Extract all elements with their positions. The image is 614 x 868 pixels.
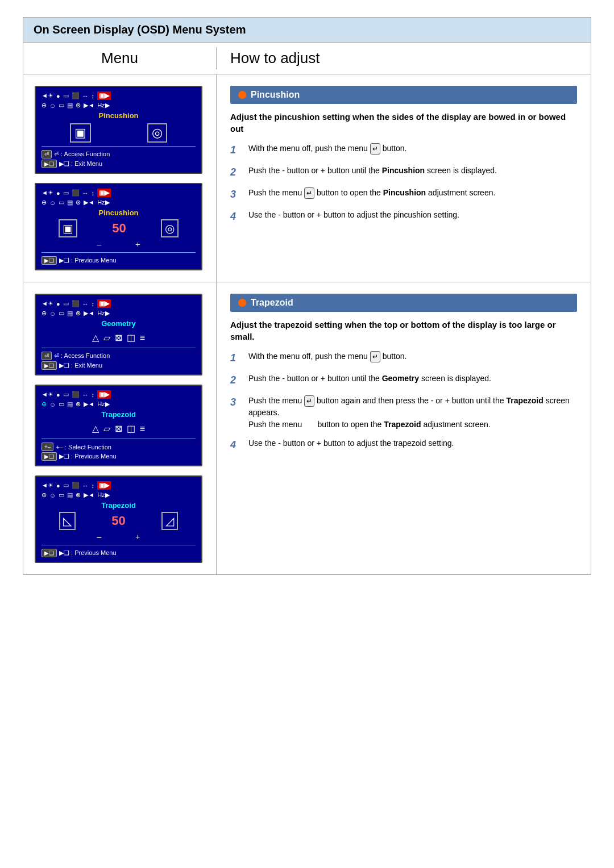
pincushion-icon-left2: ▣ — [59, 219, 77, 237]
icon-x3: ⊗ — [76, 310, 81, 317]
icon-position: ⬛ — [72, 92, 80, 99]
pincushion-plusminus: – + — [42, 240, 196, 249]
trapezoid-topic-header: Trapezoid — [230, 294, 577, 312]
pincushion-value-row: ▣ 50 ◎ — [42, 219, 196, 237]
pincushion-title2: Pincushion — [42, 208, 196, 217]
trapezoid-footer2: +– +– : Select Function ▶❑ ▶❑ : Previous… — [42, 439, 196, 461]
menu-btn-t1: ↵ — [370, 351, 380, 362]
trapezoid-value: 50 — [111, 514, 125, 528]
icon-arrows2: ▶◄ — [84, 199, 94, 206]
geo-icons2: △ ▱ ⊠ ◫ ≡ — [42, 423, 196, 434]
geo-icon-9: ◫ — [127, 423, 135, 434]
osd-topbar1: ◄☀ ● ▭ ⬛ ↔ ↕ ▣▶ — [42, 91, 196, 100]
step-num-4: 4 — [230, 209, 243, 224]
minus-label: – — [97, 240, 102, 249]
pincushion-right: Pincushion Adjust the pincushion setting… — [217, 74, 591, 282]
icon-position2: ⬛ — [72, 189, 80, 197]
pincushion-bullet — [238, 91, 246, 99]
access-btn-icon: ⏎ — [42, 150, 52, 158]
icon-contrast4: ● — [56, 391, 60, 398]
trap-prev-menu: ▶❑ ▶❑ : Previous Menu — [42, 549, 196, 557]
icon-rect3: ▭ — [59, 310, 64, 317]
trapezoid-plusminus: – + — [42, 532, 196, 541]
icon-x5: ⊗ — [76, 491, 81, 499]
pincushion-icon-right2: ◎ — [161, 219, 179, 237]
osd-topbar2: ⊕ ☺ ▭ ▤ ⊗ ▶◄ Hz▶ — [42, 102, 196, 109]
icon-vert5: ↕ — [92, 482, 95, 489]
pincushion-left: ◄☀ ● ▭ ⬛ ↔ ↕ ▣▶ ⊕ ☺ ▭ — [23, 74, 217, 282]
icon-lines: ▤ — [67, 102, 73, 109]
trap-step-text-2: Push the - button or + button until the … — [248, 373, 577, 388]
icon-horiz5: ↔ — [82, 482, 89, 489]
osd-icons-top3: ◄☀ ● ▭ ⬛ ↔ ↕ ▣▶ — [42, 299, 111, 308]
prev-label3: ▶❑ : Previous Menu — [59, 549, 117, 557]
geo-icon-7: ▱ — [103, 423, 110, 434]
trapezoid-footer3: ▶❑ ▶❑ : Previous Menu — [42, 545, 196, 557]
pincushion-value: 50 — [112, 221, 126, 236]
geo-icon-2: ▱ — [103, 332, 110, 343]
exit-label2: ▶❑ : Exit Menu — [59, 362, 102, 369]
icon-face5: ☺ — [49, 492, 56, 499]
pincushion-row: ◄☀ ● ▭ ⬛ ↔ ↕ ▣▶ ⊕ ☺ ▭ — [23, 74, 591, 282]
icon-position5: ⬛ — [72, 482, 80, 489]
icon-rect2: ▭ — [59, 199, 64, 206]
pincushion-step-4: 4 Use the - button or + button to adjust… — [230, 209, 577, 224]
trap-step-text-3: Push the menu ↵ button again and then pr… — [248, 395, 577, 431]
icon-horiz4: ↔ — [82, 391, 89, 398]
pincushion-step-1: 1 With the menu off, push the menu ↵ but… — [230, 143, 577, 158]
exit-btn-icon: ▶❑ — [42, 160, 57, 168]
trapezoid-screen1: ◄☀ ● ▭ ⬛ ↔ ↕ ▣▶ ⊕ ☺ ▭ — [35, 294, 202, 375]
icon-position3: ⬛ — [72, 300, 80, 307]
pincushion-step-2: 2 Push the - button or + button until th… — [230, 165, 577, 180]
osd-topbar3: ◄☀ ● ▭ ⬛ ↔ ↕ ▣▶ — [42, 189, 196, 197]
col-header-adjust: How to adjust — [217, 47, 591, 69]
trap-step-num-2: 2 — [230, 373, 243, 388]
trapezoid-right: Trapezoid Adjust the trapezoid setting w… — [217, 282, 591, 574]
icon-rect: ▭ — [59, 102, 64, 109]
osd-icons-top1: ◄☀ ● ▭ ⬛ ↔ ↕ ▣▶ — [42, 91, 111, 100]
pincushion-desc: Adjust the pincushion setting when the s… — [230, 111, 577, 135]
prev-btn-label: ▶❑ : Previous Menu — [59, 257, 117, 264]
icon-x2: ⊗ — [76, 199, 81, 206]
section-header: On Screen Display (OSD) Menu System — [23, 18, 591, 43]
geo-icon-8: ⊠ — [115, 423, 122, 434]
icon-lines4: ▤ — [67, 400, 73, 408]
trap-step-text-4: Use the - button or + button to adjust t… — [248, 437, 577, 453]
geo-icon-4: ◫ — [127, 332, 135, 343]
icon-arrows5: ▶◄ — [84, 491, 94, 499]
geo-icon-6: △ — [92, 423, 99, 434]
trap-step-num-3: 3 — [230, 395, 243, 431]
pincushion-icon-left: ▣ — [70, 123, 91, 143]
geo-icon-10: ≡ — [140, 424, 145, 434]
osd-topbar8: ⊕ ☺ ▭ ▤ ⊗ ▶◄ Hz▶ — [42, 400, 196, 408]
icon-arrows3: ▶◄ — [84, 310, 94, 317]
trap-minus-label: – — [97, 532, 102, 541]
trapezoid-step-3: 3 Push the menu ↵ button again and then … — [230, 395, 577, 431]
pincushion-steps: 1 With the menu off, push the menu ↵ but… — [230, 143, 577, 224]
icon-position4: ⬛ — [72, 391, 80, 398]
osd-icons-top4: ◄☀ ● ▭ ⬛ ↔ ↕ ▣▶ — [42, 390, 111, 399]
step-num-2: 2 — [230, 165, 243, 180]
page-wrapper: On Screen Display (OSD) Menu System Menu… — [0, 0, 614, 609]
trapezoid-step-4: 4 Use the - button or + button to adjust… — [230, 437, 577, 453]
icon-highlighted2: ▣▶ — [97, 189, 111, 197]
select-btn-icon: +– — [42, 443, 53, 451]
osd-topbar6: ⊕ ☺ ▭ ▤ ⊗ ▶◄ Hz▶ — [42, 310, 196, 317]
pincushion-screen2: ◄☀ ● ▭ ⬛ ↔ ↕ ▣▶ ⊕ ☺ ▭ — [35, 183, 202, 270]
prev-btn-icon2: ▶❑ — [42, 452, 57, 461]
pincushion-footer1: ⏎ ⏎ : Access Function ▶❑ ▶❑ : Exit Menu — [42, 146, 196, 168]
icon-brightness: ◄☀ — [42, 92, 53, 99]
trapezoid-title3: Trapezoid — [42, 501, 196, 510]
osd-icons-bot1: ⊕ ☺ ▭ ▤ ⊗ ▶◄ Hz▶ — [42, 102, 110, 109]
osd-icons-bot4: ⊕ ☺ ▭ ▤ ⊗ ▶◄ Hz▶ — [42, 400, 110, 408]
pincushion-footer2: ▶❑ ▶❑ : Previous Menu — [42, 252, 196, 265]
pincushion-topic-label: Pincushion — [251, 90, 300, 100]
trapezoid-screen2: ◄☀ ● ▭ ⬛ ↔ ↕ ▣▶ ⊕ ☺ ▭ — [35, 385, 202, 466]
osd-topbar4: ⊕ ☺ ▭ ▤ ⊗ ▶◄ Hz▶ — [42, 199, 196, 206]
icon-brightness4: ◄☀ — [42, 391, 53, 398]
icon-vert4: ↕ — [92, 391, 95, 398]
menu-btn-1: ↵ — [370, 143, 380, 155]
trapezoid-left: ◄☀ ● ▭ ⬛ ↔ ↕ ▣▶ ⊕ ☺ ▭ — [23, 282, 217, 574]
step-text-2: Push the - button or + button until the … — [248, 165, 577, 180]
icon-size4: ▭ — [63, 391, 69, 398]
